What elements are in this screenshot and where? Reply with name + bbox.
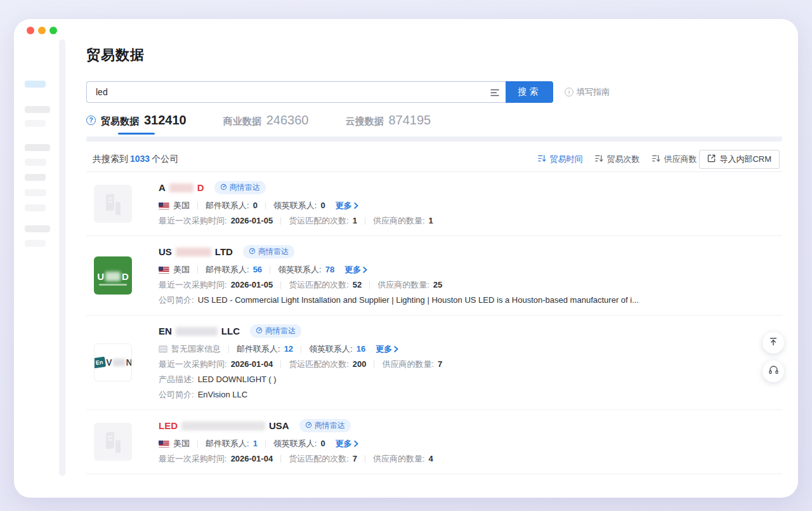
headset-icon bbox=[768, 365, 779, 378]
radar-badge[interactable]: 商情雷达 bbox=[214, 181, 266, 194]
meta-value[interactable]: 78 bbox=[325, 264, 334, 275]
company-list-item[interactable]: AD商情雷达美国邮件联系人:0领英联系人:0更多最近一次采购时间:2026-01… bbox=[86, 172, 782, 236]
more-label: 更多 bbox=[376, 343, 392, 355]
freight-matches-label: 货运匹配的次数: bbox=[289, 359, 349, 370]
back-to-top-icon bbox=[768, 336, 778, 349]
meta-pair: 领英联系人:78 bbox=[278, 264, 334, 275]
more-link[interactable]: 更多 bbox=[336, 438, 358, 449]
tab-贸易数据[interactable]: ?贸易数据312410 bbox=[86, 113, 187, 128]
help-question-icon[interactable]: ? bbox=[86, 116, 96, 125]
company-intro-label: 公司简介: bbox=[159, 295, 194, 305]
no-country-icon bbox=[159, 345, 167, 353]
contacts-row: 美国邮件联系人:56领英联系人:78更多 bbox=[159, 264, 782, 275]
company-name-row: LEDUSA商情雷达 bbox=[159, 419, 782, 432]
more-link[interactable]: 更多 bbox=[376, 343, 398, 355]
summary-suffix: 个公司 bbox=[152, 154, 178, 164]
sort-controls: 贸易时间贸易次数供应商数 bbox=[538, 154, 697, 165]
sidebar-skeleton-bar bbox=[25, 174, 46, 181]
customer-service-button[interactable] bbox=[763, 361, 784, 382]
company-intro-value: EnVision LLC bbox=[198, 390, 248, 399]
summary-prefix: 共搜索到 bbox=[93, 154, 128, 164]
tab-商业数据[interactable]: 商业数据246360 bbox=[223, 113, 309, 128]
divider bbox=[197, 266, 198, 274]
sidebar-skeleton-bar bbox=[25, 189, 46, 196]
company-name-segment: D bbox=[197, 182, 204, 193]
more-label: 更多 bbox=[336, 438, 352, 449]
company-name-row: AD商情雷达 bbox=[159, 181, 782, 194]
tab-count: 312410 bbox=[144, 113, 187, 128]
divider bbox=[280, 455, 281, 463]
sort-icon bbox=[652, 154, 660, 164]
divider bbox=[280, 217, 281, 225]
sort-label: 供应商数 bbox=[664, 154, 697, 165]
radar-badge[interactable]: 商情雷达 bbox=[299, 419, 351, 432]
freight-matches-value: 1 bbox=[353, 215, 357, 227]
sort-贸易时间[interactable]: 贸易时间 bbox=[538, 154, 582, 165]
sidebar-skeleton-bar bbox=[25, 106, 50, 113]
meta-pair: 邮件联系人:56 bbox=[206, 264, 262, 275]
more-label: 更多 bbox=[344, 264, 361, 275]
sort-供应商数[interactable]: 供应商数 bbox=[652, 154, 697, 165]
meta-value[interactable]: 12 bbox=[284, 343, 293, 355]
last-purchase-label: 最近一次采购时间: bbox=[159, 453, 227, 465]
last-purchase-label: 最近一次采购时间: bbox=[159, 359, 227, 370]
company-name-row: ENLLC商情雷达 bbox=[159, 324, 782, 338]
company-intro-value: US LED - Commercial Light Installation a… bbox=[198, 295, 639, 305]
freight-matches-value: 7 bbox=[353, 453, 357, 465]
radar-icon bbox=[249, 248, 256, 256]
divider bbox=[365, 217, 365, 225]
sort-label: 贸易次数 bbox=[606, 154, 639, 165]
search-button[interactable]: 搜索 bbox=[506, 81, 553, 103]
divider bbox=[197, 202, 198, 209]
meta-pair: 领英联系人:0 bbox=[273, 200, 325, 211]
company-info: ENLLC商情雷达暂无国家信息邮件联系人:12领英联系人:16更多最近一次采购时… bbox=[159, 324, 782, 401]
sidebar-skeleton-bar bbox=[25, 144, 50, 151]
freight-pair: 货运匹配的次数:7 bbox=[289, 453, 357, 465]
suppliers-pair: 供应商的数量:25 bbox=[377, 279, 442, 291]
company-list-item[interactable]: LEDUSA商情雷达美国邮件联系人:1领英联系人:0更多最近一次采购时间:202… bbox=[86, 410, 782, 474]
company-info: AD商情雷达美国邮件联系人:0领英联系人:0更多最近一次采购时间:2026-01… bbox=[159, 181, 782, 227]
import-crm-button[interactable]: 导入内部CRM bbox=[699, 150, 780, 169]
export-icon bbox=[707, 154, 716, 164]
back-to-top-button[interactable] bbox=[763, 332, 784, 354]
search-box bbox=[86, 81, 506, 103]
tab-label: 云搜数据 bbox=[346, 116, 384, 128]
country-label: 美国 bbox=[173, 200, 190, 211]
search-input[interactable] bbox=[86, 81, 506, 103]
company-name-segment: LLC bbox=[221, 326, 240, 336]
info-icon: i bbox=[565, 88, 573, 96]
suppliers-pair: 供应商的数量:4 bbox=[373, 453, 433, 465]
tab-云搜数据[interactable]: 云搜数据874195 bbox=[346, 113, 431, 128]
freight-pair: 货运匹配的次数:200 bbox=[289, 359, 366, 370]
fill-guide-link[interactable]: i 填写指南 bbox=[565, 86, 610, 98]
company-list-item[interactable]: UDUSLTD商情雷达美国邮件联系人:56领英联系人:78更多最近一次采购时间:… bbox=[86, 236, 782, 315]
last-purchase-value: 2026-01-05 bbox=[231, 215, 273, 227]
company-list-item[interactable]: EnVNENLLC商情雷达暂无国家信息邮件联系人:12领英联系人:16更多最近一… bbox=[86, 315, 782, 410]
more-link[interactable]: 更多 bbox=[336, 200, 358, 211]
last-purchase-pair: 最近一次采购时间:2026-01-05 bbox=[159, 279, 273, 291]
meta-value[interactable]: 1 bbox=[253, 438, 258, 449]
chevron-right-icon bbox=[363, 267, 367, 273]
meta-value[interactable]: 56 bbox=[253, 264, 262, 275]
divider bbox=[301, 345, 301, 353]
more-link[interactable]: 更多 bbox=[344, 264, 367, 275]
tab-count: 246360 bbox=[266, 113, 309, 128]
sort-icon bbox=[595, 154, 603, 164]
radar-badge[interactable]: 商情雷达 bbox=[243, 245, 294, 258]
last-purchase-pair: 最近一次采购时间:2026-01-04 bbox=[159, 453, 273, 465]
radar-badge[interactable]: 商情雷达 bbox=[250, 324, 301, 338]
last-purchase-pair: 最近一次采购时间:2026-01-04 bbox=[159, 359, 273, 370]
last-purchase-label: 最近一次采购时间: bbox=[159, 215, 227, 227]
sidebar-skeleton-bar bbox=[25, 159, 46, 166]
redacted-name-segment bbox=[169, 183, 193, 192]
sort-label: 贸易时间 bbox=[549, 154, 582, 165]
filter-lines-icon[interactable] bbox=[490, 88, 499, 99]
last-purchase-value: 2026-01-05 bbox=[231, 279, 273, 291]
last-purchase-value: 2026-01-04 bbox=[231, 453, 273, 465]
sort-贸易次数[interactable]: 贸易次数 bbox=[595, 154, 639, 165]
meta-value[interactable]: 16 bbox=[357, 343, 365, 355]
company-logo-placeholder bbox=[94, 423, 132, 461]
stats-row: 最近一次采购时间:2026-01-04货运匹配的次数:7供应商的数量:4 bbox=[159, 453, 782, 465]
company-name-segment: LED bbox=[159, 420, 178, 431]
freight-matches-value: 52 bbox=[353, 279, 362, 291]
